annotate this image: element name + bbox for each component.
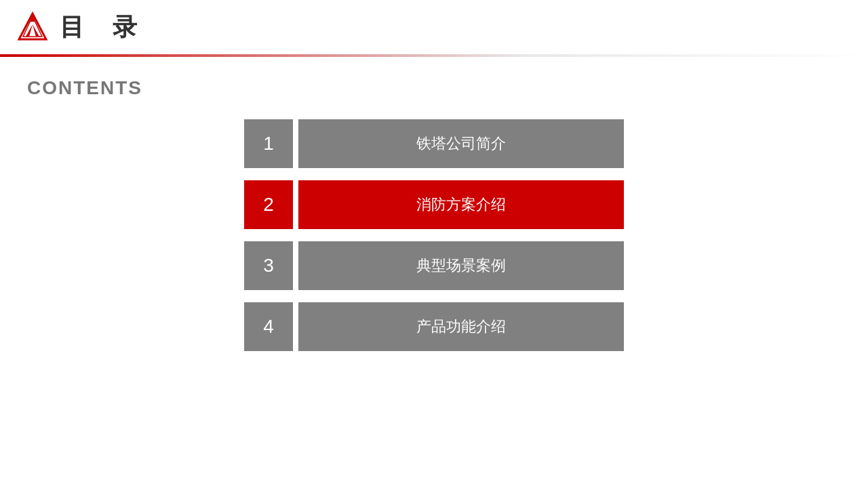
menu-item-4[interactable]: 4产品功能介绍 [244,302,624,351]
menu-number-4: 4 [244,302,293,351]
menu-text-2: 消防方案介绍 [298,180,624,229]
logo-icon [16,11,49,43]
menu-text-1: 铁塔公司简介 [298,119,624,168]
menu-number-2: 2 [244,180,293,229]
page-title: 目 录 [60,11,148,44]
menu-number-1: 1 [244,119,293,168]
menu-text-4: 产品功能介绍 [298,302,624,351]
menu-text-3: 典型场景案例 [298,241,624,290]
header-divider [0,54,868,57]
contents-label: CONTENTS [27,77,841,99]
menu-list: 1铁塔公司简介2消防方案介绍3典型场景案例4产品功能介绍 [0,119,868,351]
menu-item-1[interactable]: 1铁塔公司简介 [244,119,624,168]
page-header: 目 录 [0,0,868,54]
menu-item-3[interactable]: 3典型场景案例 [244,241,624,290]
menu-number-3: 3 [244,241,293,290]
menu-item-2[interactable]: 2消防方案介绍 [244,180,624,229]
